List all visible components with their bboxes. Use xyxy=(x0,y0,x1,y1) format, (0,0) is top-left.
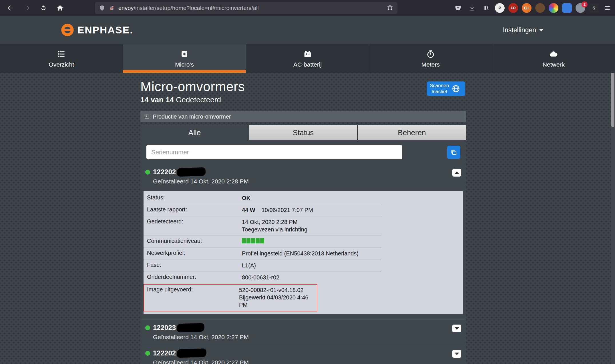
chevron-up-icon xyxy=(455,171,459,174)
nav-item-micros[interactable]: Micro's xyxy=(123,44,246,73)
redaction-blob xyxy=(177,167,206,177)
signal-bar xyxy=(242,238,246,243)
url-domain: envoy xyxy=(118,5,134,11)
extension-p-button[interactable]: P xyxy=(495,3,505,13)
signal-bar xyxy=(251,238,255,243)
extension-cplus-button[interactable]: C+ xyxy=(522,3,532,13)
extension-s-label: S xyxy=(592,5,595,10)
expand-button[interactable] xyxy=(452,325,461,332)
image-line1: 520-00082-r01-v04.18.02 xyxy=(239,287,304,293)
detected-count: 14 van 14 Gedetecteerd xyxy=(140,95,466,104)
chevron-down-icon xyxy=(455,327,459,330)
scan-globe-icon xyxy=(451,84,460,93)
image-line2: Bijgewerkt 04/03/2020 4:46 PM xyxy=(239,294,308,308)
page-title: Micro-omvormers xyxy=(140,80,466,93)
notification-badge: 2 xyxy=(582,1,588,7)
nav-label: Overzicht xyxy=(49,61,74,68)
menu-button[interactable] xyxy=(602,3,613,13)
collapse-button[interactable] xyxy=(452,169,461,177)
home-icon xyxy=(56,4,64,12)
serial-digits: 122202 xyxy=(153,168,176,176)
panel-body: 122202 Geïnstalleerd 14 Okt, 2020 2:28 P… xyxy=(140,140,466,364)
detail-row-communication: Communicatieniveau: xyxy=(144,235,463,247)
pocket-button[interactable] xyxy=(453,3,463,13)
report-time: 10/06/2021 7:07 PM xyxy=(262,207,313,213)
downloads-button[interactable] xyxy=(467,3,477,13)
browser-toolbar: envoy/installer/setup/home?locale=nl#mic… xyxy=(0,0,615,16)
report-power: 44 W xyxy=(242,207,255,213)
detected-line1: 14 Okt, 2020 2:28 PM xyxy=(242,219,298,225)
copy-button[interactable] xyxy=(447,146,460,159)
settings-menu[interactable]: Instellingen xyxy=(503,26,544,34)
serial-number: 122023 xyxy=(153,323,204,332)
detail-value: L1(A) xyxy=(242,262,256,269)
inverter-row[interactable]: 122202 Geïnstalleerd 14 Okt, 2020 2:28 P… xyxy=(140,164,466,189)
detail-label: Gedetecteerd: xyxy=(147,218,242,233)
scan-button[interactable]: Scannen Inactief xyxy=(427,81,465,96)
nav-label: Netwerk xyxy=(543,61,565,68)
image-row-highlight: Image uitgevoerd: 520-00082-r01-v04.18.0… xyxy=(144,284,317,311)
signal-bar xyxy=(246,238,250,243)
nav-item-ac-batterij[interactable]: AC-batterij xyxy=(246,44,369,73)
reload-button[interactable] xyxy=(37,2,50,14)
search-row xyxy=(140,140,466,164)
serial-digits: 122202 xyxy=(153,349,176,357)
inverter-row[interactable]: 122202 Geïnstalleerd 14 Okt, 2020 2:27 P… xyxy=(140,345,466,364)
detail-value: OK xyxy=(242,194,250,202)
status-dot-icon xyxy=(145,351,150,356)
reload-icon xyxy=(40,4,47,12)
nav-item-meters[interactable]: Meters xyxy=(369,44,492,73)
nav-label: AC-batterij xyxy=(293,61,322,68)
serial-number: 122202 xyxy=(153,168,206,176)
detail-value xyxy=(242,238,264,245)
extension-lo-button[interactable]: LO xyxy=(508,3,518,13)
battery-icon xyxy=(303,49,312,59)
extension-blue-button[interactable] xyxy=(562,3,572,13)
extension-brown-button[interactable] xyxy=(535,3,545,13)
insecure-lock-icon[interactable] xyxy=(109,5,115,11)
meter-icon xyxy=(426,49,435,59)
inverter-details: Status: OK Laatste rapport: 44 W10/06/20… xyxy=(144,191,463,314)
home-button[interactable] xyxy=(54,2,66,14)
microinverter-panel: Productie van micro-omvormer Alle Status… xyxy=(140,111,466,364)
search-input[interactable] xyxy=(146,145,402,159)
detail-row-profile: Netwerkprofiel: Profiel ingesteld (EN504… xyxy=(144,247,463,259)
detail-label: Fase: xyxy=(147,262,242,269)
tab-status[interactable]: Status xyxy=(249,125,357,140)
forward-button[interactable] xyxy=(21,2,33,14)
detected-count-text: Gedetecteerd xyxy=(174,95,221,104)
copy-icon xyxy=(450,149,457,156)
extension-s-button[interactable]: S xyxy=(589,3,599,13)
nav-item-netwerk[interactable]: Netwerk xyxy=(492,44,615,73)
extension-color-wheel-button[interactable] xyxy=(549,3,558,13)
settings-label: Instellingen xyxy=(503,26,536,34)
page-content: Micro-omvormers 14 van 14 Gedetecteerd S… xyxy=(0,73,615,364)
scan-line2: Inactief xyxy=(431,89,447,94)
enphase-logo: ENPHASE. xyxy=(61,23,133,37)
tab-beheren[interactable]: Beheren xyxy=(357,125,466,140)
brand-name: ENPHASE. xyxy=(77,24,133,36)
installed-date: Geïnstalleerd 14 Okt, 2020 2:27 PM xyxy=(153,334,461,341)
shield-icon[interactable] xyxy=(99,5,105,11)
library-button[interactable] xyxy=(481,3,491,13)
inverter-row[interactable]: 122023 Geïnstalleerd 14 Okt, 2020 2:27 P… xyxy=(140,319,466,345)
panel-header-title: Productie van micro-omvormer xyxy=(153,113,231,120)
status-dot-icon xyxy=(145,170,150,175)
bookmark-star-button[interactable] xyxy=(387,4,393,12)
extension-badged-button[interactable]: 2 xyxy=(576,3,585,13)
url-bar[interactable]: envoy/installer/setup/home?locale=nl#mic… xyxy=(95,2,397,14)
expand-button[interactable] xyxy=(452,350,461,358)
detail-label: Status: xyxy=(147,194,242,202)
detail-value: Profiel ingesteld (EN50438:2013 Netherla… xyxy=(242,250,359,257)
scan-line1: Scannen xyxy=(430,83,449,88)
detail-value: 44 W10/06/2021 7:07 PM xyxy=(242,206,313,214)
detail-row-detected: Gedetecteerd: 14 Okt, 2020 2:28 PM Toege… xyxy=(144,216,463,235)
signal-bar xyxy=(256,238,260,243)
back-button[interactable] xyxy=(4,2,17,14)
tab-alle[interactable]: Alle xyxy=(140,125,249,140)
cloud-icon xyxy=(549,49,558,59)
nav-item-overzicht[interactable]: Overzicht xyxy=(0,44,123,73)
extension-cplus-label: C+ xyxy=(524,5,530,10)
signal-bar xyxy=(260,238,264,243)
scan-button-label: Scannen Inactief xyxy=(430,83,449,94)
